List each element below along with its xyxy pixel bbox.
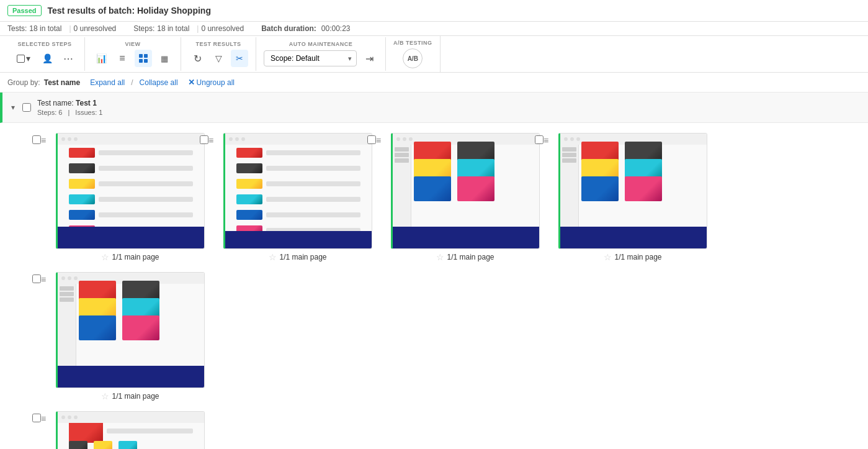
tests-count: 18 in total [29,24,61,33]
screenshot-checkbox-6[interactable] [32,414,41,422]
screenshot-card-3[interactable] [391,133,540,249]
screenshot-bottom-bar-2 [225,231,372,248]
batch-title: Test results of batch: Holiday Shopping [48,6,211,16]
screenshot-menu-btn-4[interactable]: ≡ [544,135,548,145]
screenshot-card-4[interactable] [558,133,707,249]
screenshot-menu-btn-2[interactable]: ≡ [208,135,213,145]
screenshot-bottom-bar-5 [58,366,204,388]
scissors-btn[interactable]: ✂ [231,50,248,67]
more-options-btn[interactable]: ⋯ [60,50,77,67]
screenshot-inner-5 [58,273,204,388]
screenshot-card-1[interactable] [56,133,205,249]
screenshot-top-bar-2 [225,134,372,145]
group-header-info: Test name: Test 1 Steps: 6 | Issues: 1 [37,99,861,116]
test-results-label: TEST RESULTS [196,41,241,47]
grid-view-btn[interactable] [135,50,152,67]
filter-btn[interactable]: ▽ [210,50,227,67]
ab-btn[interactable]: A/B [403,48,423,68]
screenshot-top-bar-6 [58,412,204,423]
screenshot-inner-2 [225,134,372,248]
ungroup-label: Ungroup all [197,78,235,87]
screenshot-inner-6 [58,412,204,449]
filmstrip-icon: ▦ [161,54,168,63]
star-icon-3[interactable]: ☆ [436,252,444,262]
screenshot-checkbox-3[interactable] [367,135,376,144]
main-shoes-area [411,145,539,227]
screenshot-item-3: ≡ [385,133,546,262]
screenshot-menu-btn-6[interactable]: ≡ [41,414,46,424]
screenshot-item-2: ≡ [217,133,378,262]
screenshot-bottom-bar-3 [393,227,539,248]
screenshot-label-1: ☆ 1/1 main page [101,252,159,262]
groupby-value: Test name [44,78,80,87]
batch-label: Batch duration: [261,24,316,33]
scope-wrapper: Scope: Default [264,50,357,66]
screenshot-card-6[interactable] [56,411,205,449]
screenshot-page-label-1: 1/1 main page [112,253,159,261]
screenshot-card-2[interactable] [223,133,372,249]
tests-label: Tests: [7,24,27,33]
grid-icon [139,54,148,63]
passed-badge: Passed [7,5,42,16]
group-meta: Steps: 6 | Issues: 1 [37,109,861,116]
screenshot-checkbox-1[interactable] [32,135,41,144]
content-area: ▾ Test name: Test 1 Steps: 6 | Issues: 1 [0,93,868,449]
user-icon-btn[interactable]: 👤 [38,50,56,67]
sidebar-mini-4 [560,145,579,227]
group-collapse-btn[interactable]: ▾ [10,102,16,113]
screenshot-inner-4 [560,134,707,248]
scope-select[interactable]: Scope: Default [264,50,357,66]
screenshot-menu-btn-3[interactable]: ≡ [376,135,381,145]
ellipsis-icon: ⋯ [63,53,74,65]
main-shoes-area-5 [76,284,204,366]
ab-testing-section: A/B TESTING A/B [386,36,441,72]
filmstrip-view-btn[interactable]: ▦ [156,50,173,67]
screenshot-item-4: ≡ [552,133,714,262]
ungroup-all-btn[interactable]: ✕ Ungroup all [188,78,235,87]
bar-chart-icon: 📊 [96,53,107,63]
batch-duration: 00:00:23 [321,24,351,33]
expand-all-link[interactable]: Expand all [90,78,125,87]
forward-btn[interactable]: ⇥ [360,50,378,67]
meta-sep3: | [197,24,199,33]
bar-chart-view-btn[interactable]: 📊 [92,50,110,67]
user-icon: 👤 [42,53,53,63]
screenshot-page-label-3: 1/1 main page [447,253,494,261]
view-icons: 📊 ≡ ▦ [92,50,173,67]
screenshot-inner-3 [393,134,539,248]
group-issues: Issues: 1 [75,109,102,116]
screenshot-menu-btn-1[interactable]: ≡ [41,135,46,145]
sidebar-mini [393,145,411,227]
star-icon-4[interactable]: ☆ [604,252,612,262]
list-icon: ≡ [119,53,125,64]
chevron-down-icon: ▾ [11,103,15,112]
list-view-btn[interactable]: ≡ [114,50,131,67]
screenshot-card-5[interactable] [56,272,205,388]
sidebar-mini-5 [58,284,76,366]
screenshot-bottom-bar-4 [560,227,707,248]
selected-steps-label: SELECTED STEPS [17,41,71,47]
groupby-label: Group by: [7,78,40,87]
test-results-section: TEST RESULTS ↻ ▽ ✂ [181,37,256,71]
group-title: Test name: Test 1 [37,99,861,107]
screenshot-checkbox-2[interactable] [200,135,208,144]
toolbar: SELECTED STEPS 👤 ⋯ VIEW 📊 ≡ [0,36,868,73]
star-icon-1[interactable]: ☆ [101,252,109,262]
group-name-value: Test 1 [76,99,97,107]
forward-icon: ⇥ [365,53,374,65]
screenshot-menu-btn-5[interactable]: ≡ [41,274,46,284]
group-checkbox[interactable] [22,103,31,112]
ab-icon: A/B [408,55,418,62]
steps-count: 18 in total [157,24,189,33]
screenshot-item-6: ≡ ! [50,411,211,449]
screenshot-checkbox-4[interactable] [535,135,544,144]
star-icon-5[interactable]: ☆ [101,391,109,401]
star-icon-2[interactable]: ☆ [269,252,277,262]
refresh-btn[interactable]: ↻ [189,50,206,67]
checkbox-dropdown-btn[interactable] [12,50,35,67]
collapse-all-link[interactable]: Collapse all [140,78,178,87]
meta-sep1: | [69,24,71,33]
tests-unresolved: 0 unresolved [74,24,117,33]
screenshot-checkbox-5[interactable] [32,274,41,283]
selected-steps-section: SELECTED STEPS 👤 ⋯ [5,37,85,71]
